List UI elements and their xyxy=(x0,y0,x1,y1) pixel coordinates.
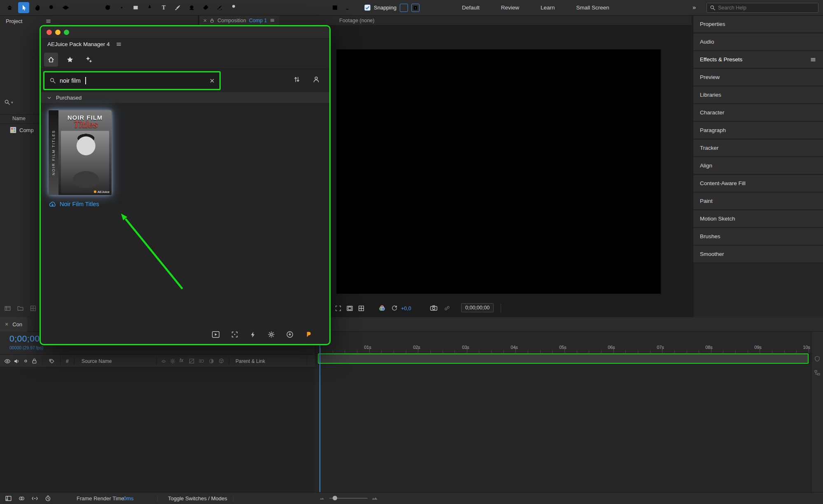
zoom-in-mountain-icon[interactable] xyxy=(371,495,378,500)
project-search-icon[interactable] xyxy=(4,99,10,105)
layer-switches-pane-icon[interactable] xyxy=(5,495,12,502)
collapse-transforms-icon[interactable] xyxy=(170,358,176,364)
region-of-interest-icon[interactable] xyxy=(335,305,342,312)
pack-search-field[interactable]: noir film × xyxy=(43,71,221,90)
account-user-icon[interactable] xyxy=(312,76,320,83)
sidebar-panel-libraries[interactable]: Libraries xyxy=(693,86,823,104)
clear-search-icon[interactable]: × xyxy=(210,76,214,86)
time-ruler[interactable]: 01s 02s 03s 04s 05s 06s 07s 08s 09s 10s xyxy=(315,332,811,353)
dolly-camera-tool-icon[interactable] xyxy=(88,2,99,13)
title-action-safe-icon[interactable] xyxy=(346,305,353,312)
axis-view-icon[interactable] xyxy=(342,2,353,13)
minimize-traffic-light[interactable] xyxy=(55,30,61,35)
sidebar-panel-effects-presets[interactable]: Effects & Presets xyxy=(693,51,823,69)
fx-badge[interactable]: fx xyxy=(180,358,183,363)
search-help-input[interactable] xyxy=(718,5,809,11)
comp-mini-flowchart-icon[interactable] xyxy=(814,369,821,376)
aejuice-logo-icon[interactable] xyxy=(305,331,312,338)
sidebar-panel-properties[interactable]: Properties xyxy=(693,16,823,33)
tab-menu-icon[interactable] xyxy=(270,18,275,23)
panel-menu-icon[interactable] xyxy=(45,18,51,24)
parent-link-column-label[interactable]: Parent & Link xyxy=(235,355,265,368)
rectangle-tool-icon[interactable] xyxy=(130,2,141,13)
composition-viewport[interactable] xyxy=(336,49,661,294)
home-tab-icon[interactable] xyxy=(44,53,58,67)
sidebar-panel-audio[interactable]: Audio xyxy=(693,33,823,51)
rotation-tool-icon[interactable] xyxy=(102,2,113,13)
panel-menu-icon[interactable] xyxy=(810,56,816,63)
cloud-download-icon[interactable] xyxy=(49,201,56,207)
timeline-comp-tab[interactable]: × Con xyxy=(0,317,27,332)
lock-icon[interactable] xyxy=(31,358,37,364)
puppet-pin-tool-icon[interactable] xyxy=(228,2,239,13)
zoom-tool-icon[interactable] xyxy=(46,2,57,13)
video-preview-icon[interactable] xyxy=(212,331,220,338)
solo-icon[interactable] xyxy=(23,358,29,364)
show-snapshot-icon[interactable] xyxy=(444,305,450,311)
workspace-tab-small-screen[interactable]: Small Screen xyxy=(576,5,609,11)
viewer-lock-icon[interactable] xyxy=(210,18,214,23)
settings-gear-icon[interactable] xyxy=(268,331,275,338)
playhead-line[interactable] xyxy=(319,343,320,492)
eraser-tool-icon[interactable] xyxy=(200,2,211,13)
comp-marker-icon[interactable] xyxy=(814,355,821,362)
clone-stamp-tool-icon[interactable] xyxy=(186,2,197,13)
reset-exposure-icon[interactable] xyxy=(391,305,398,311)
hash-column-label[interactable]: # xyxy=(66,355,69,368)
sidebar-panel-paint[interactable]: Paint xyxy=(693,193,823,210)
grid-guides-icon[interactable] xyxy=(358,305,365,312)
current-timecode[interactable]: 0;00;00 xyxy=(9,334,40,344)
close-traffic-light[interactable] xyxy=(47,30,52,35)
pen-tool-icon[interactable] xyxy=(144,2,155,13)
capture-frame-icon[interactable] xyxy=(231,331,238,338)
quick-actions-lightning-icon[interactable] xyxy=(249,331,256,338)
composition-viewer-tab[interactable]: × Composition Comp 1 xyxy=(199,16,279,26)
footage-viewer-tab[interactable]: Footage (none) xyxy=(335,16,378,26)
preview-timecode[interactable]: 0;00;00;00 xyxy=(461,303,494,312)
type-tool-icon[interactable]: T xyxy=(158,2,169,13)
selection-tool-icon[interactable] xyxy=(18,2,29,13)
axis-local-icon[interactable] xyxy=(317,2,328,13)
track-area[interactable] xyxy=(315,364,823,492)
sidebar-panel-content-aware-fill[interactable]: Content-Aware Fill xyxy=(693,175,823,193)
pan-camera-tool-icon[interactable] xyxy=(74,2,85,13)
axis-world-icon[interactable] xyxy=(329,2,340,13)
zoom-slider-thumb[interactable] xyxy=(333,496,337,500)
snap-features-icon[interactable] xyxy=(400,4,408,12)
roto-brush-tool-icon[interactable] xyxy=(214,2,225,13)
sidebar-panel-smoother[interactable]: Smoother xyxy=(693,246,823,263)
frame-blend-icon[interactable] xyxy=(189,358,195,364)
sidebar-panel-motion-sketch[interactable]: Motion Sketch xyxy=(693,210,823,228)
window-menu-icon[interactable] xyxy=(116,41,122,47)
project-name-column-label[interactable]: Name xyxy=(12,116,26,121)
label-color-icon[interactable] xyxy=(49,358,55,364)
hand-tool-icon[interactable] xyxy=(32,2,43,13)
snap-bounding-box-icon[interactable] xyxy=(411,4,420,12)
toggle-switches-modes-button[interactable]: Toggle Switches / Modes xyxy=(168,495,227,502)
snapshot-camera-icon[interactable] xyxy=(430,305,438,311)
in-out-duration-pane-icon[interactable] xyxy=(31,495,38,502)
sidebar-panel-character[interactable]: Character xyxy=(693,104,823,122)
sidebar-panel-brushes[interactable]: Brushes xyxy=(693,228,823,246)
work-area-bar[interactable] xyxy=(318,353,809,364)
favorites-star-icon[interactable] xyxy=(63,53,77,67)
transfer-controls-pane-icon[interactable] xyxy=(18,495,25,502)
motion-blur-icon[interactable] xyxy=(198,358,205,364)
zoom-traffic-light[interactable] xyxy=(64,30,69,35)
pan-behind-tool-icon[interactable] xyxy=(116,2,127,13)
project-item-comp[interactable]: Comp xyxy=(10,127,34,133)
new-composition-icon[interactable] xyxy=(30,305,37,312)
close-icon[interactable]: × xyxy=(203,17,207,24)
workspace-tab-default[interactable]: Default xyxy=(462,5,480,11)
3d-layer-icon[interactable] xyxy=(218,358,224,364)
workspace-tab-learn[interactable]: Learn xyxy=(541,5,555,11)
layer-list-area[interactable] xyxy=(0,367,315,492)
brush-tool-icon[interactable] xyxy=(172,2,183,13)
snapping-checkbox[interactable] xyxy=(364,5,371,11)
adjustment-layer-icon[interactable] xyxy=(208,358,214,364)
exposure-offset-value[interactable]: +0,0 xyxy=(401,306,411,311)
ai-sparkle-icon[interactable] xyxy=(82,53,96,67)
downloads-icon[interactable] xyxy=(286,331,294,338)
search-help-box[interactable] xyxy=(706,3,818,13)
video-eye-icon[interactable] xyxy=(4,358,11,365)
